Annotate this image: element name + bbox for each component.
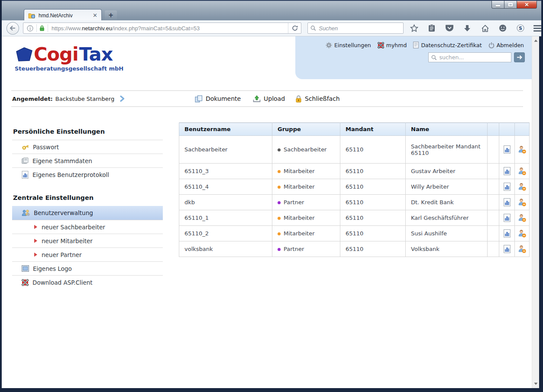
reload-icon xyxy=(292,25,298,31)
cell-empty xyxy=(488,226,499,241)
upload-icon xyxy=(253,95,261,103)
logo-text-tax: Tax xyxy=(79,45,113,64)
cell-name: Dt. Kredit Bank xyxy=(406,195,488,210)
sidebar-item-label: neuer Mitarbeiter xyxy=(42,238,93,244)
nav-dokumente[interactable]: Dokumente xyxy=(195,91,241,106)
sidebar-item-passwort[interactable]: Passwort xyxy=(12,140,163,154)
site-search-input[interactable] xyxy=(440,54,508,61)
user-remove-icon xyxy=(518,198,526,206)
cell-empty xyxy=(488,164,499,179)
logout-link[interactable]: Abmelden xyxy=(488,42,524,48)
nav-upload[interactable]: Upload xyxy=(253,91,285,106)
cell-mandant: 65110 xyxy=(340,179,406,195)
col-name[interactable]: Name xyxy=(406,123,488,136)
url-text[interactable]: https://www.netarchiv.eu/index.php?mainC… xyxy=(52,25,288,32)
cell-gruppe: Partner xyxy=(272,195,340,210)
cell-empty xyxy=(488,195,499,210)
protocol-chart-icon xyxy=(22,171,29,179)
protocol-button[interactable] xyxy=(499,226,515,241)
settings-label: Einstellungen xyxy=(334,42,371,48)
reading-list-icon[interactable] xyxy=(427,24,436,32)
tab-close-icon[interactable]: ✕ xyxy=(93,13,97,18)
cell-empty xyxy=(488,241,499,257)
new-tab-button[interactable]: + xyxy=(105,10,117,21)
gear-icon xyxy=(326,42,332,48)
menu-button[interactable] xyxy=(533,25,541,32)
col-benutzername[interactable]: Benutzername xyxy=(179,123,272,136)
user-delete-button[interactable] xyxy=(515,210,530,226)
user-delete-button[interactable] xyxy=(515,136,530,164)
site-search-box[interactable] xyxy=(428,52,511,62)
logged-in-status: Angemeldet: Backstube Starnberg xyxy=(12,91,126,106)
browser-search-box[interactable] xyxy=(307,22,404,34)
protocol-button[interactable] xyxy=(499,179,515,195)
url-bar[interactable]: https://www.netarchiv.eu/index.php?mainC… xyxy=(23,22,302,34)
maximize-button[interactable] xyxy=(504,1,517,9)
browser-search-input[interactable] xyxy=(319,25,401,32)
nav-schliessfach[interactable]: Schließfach xyxy=(295,91,340,106)
datenschutz-label: Datenschutz-Zertifikat xyxy=(421,42,482,48)
bookmark-star-icon[interactable] xyxy=(410,24,418,32)
pocket-icon[interactable] xyxy=(445,24,454,32)
settings-link[interactable]: Einstellungen xyxy=(326,42,371,48)
cell-gruppe: Mitarbeiter xyxy=(272,226,340,241)
col-empty xyxy=(488,123,499,136)
col-gruppe[interactable]: Gruppe xyxy=(272,123,340,136)
sidebar-item-eigene-stammdaten[interactable]: Eigene Stammdaten xyxy=(12,154,163,167)
logo-subtitle: Steuerberatungsgesellschaft mbH xyxy=(15,65,123,72)
protocol-button[interactable] xyxy=(499,241,515,257)
close-button[interactable]: ✕ xyxy=(517,1,537,9)
table-row: 65110_3 Mitarbeiter 65110 Gustav Arbeite… xyxy=(179,164,530,179)
scroll-up-icon[interactable] xyxy=(532,37,539,44)
arrow-right-icon xyxy=(517,55,523,60)
chevron-right-icon[interactable] xyxy=(119,95,126,102)
svg-text:S: S xyxy=(519,26,522,31)
cell-mandant: 65110 xyxy=(340,164,406,179)
user-delete-button[interactable] xyxy=(515,164,530,179)
col-protocol xyxy=(499,123,515,136)
protocol-chart-icon xyxy=(504,167,511,175)
browser-tab[interactable]: hmd.NetArchiv ✕ xyxy=(24,9,102,21)
protocol-button[interactable] xyxy=(499,136,515,164)
sidebar-item-benutzerverwaltung[interactable]: Benutzerverwaltung xyxy=(12,206,163,220)
vertical-scrollbar[interactable] xyxy=(532,36,539,388)
downloads-icon[interactable] xyxy=(463,24,472,32)
sidebar-item-eigenes-logo[interactable]: Eigenes Logo xyxy=(12,261,163,275)
feedback-smiley-icon[interactable] xyxy=(498,24,507,32)
protocol-button[interactable] xyxy=(499,210,515,226)
protocol-chart-icon xyxy=(504,229,511,238)
sidebar-section-personal: Passwort Eigene Stammdaten xyxy=(12,140,163,181)
col-mandant[interactable]: Mandant xyxy=(340,123,406,136)
user-delete-button[interactable] xyxy=(515,226,530,241)
page-info-icon[interactable] xyxy=(27,25,33,32)
protocol-button[interactable] xyxy=(499,195,515,210)
home-icon[interactable] xyxy=(481,24,489,32)
search-icon xyxy=(310,25,316,31)
scroll-down-icon[interactable] xyxy=(532,380,539,387)
skype-extension-icon[interactable]: S xyxy=(516,24,525,32)
titlebar[interactable]: hmd.NetArchiv ✕ + ✕ xyxy=(2,0,541,20)
user-remove-icon xyxy=(518,229,526,238)
site-search-submit-button[interactable] xyxy=(514,52,525,62)
cell-benutzername: volksbank xyxy=(179,241,272,257)
sidebar-item-neuer-mitarbeiter[interactable]: neuer Mitarbeiter xyxy=(12,234,163,247)
myhmd-link[interactable]: myhmd xyxy=(378,42,407,48)
sidebar-item-neuer-partner[interactable]: neuer Partner xyxy=(12,247,163,261)
user-delete-button[interactable] xyxy=(515,195,530,210)
back-button[interactable] xyxy=(6,22,19,35)
https-lock-icon[interactable] xyxy=(39,25,45,31)
site-header-links: Einstellungen xyxy=(326,42,524,48)
protocol-button[interactable] xyxy=(499,164,515,179)
user-delete-button[interactable] xyxy=(515,241,530,257)
table-header-row: Benutzername Gruppe Mandant Name xyxy=(179,123,530,136)
maximize-icon xyxy=(508,3,513,6)
reload-button[interactable] xyxy=(288,23,301,33)
sidebar-item-eigenes-benutzerprotokoll[interactable]: Eigenes Benutzerprotokoll xyxy=(12,167,163,181)
datenschutz-zertifikat-link[interactable]: Datenschutz-Zertifikat xyxy=(413,42,482,48)
sidebar-item-download-asp-client[interactable]: Download ASP.Client xyxy=(12,275,163,289)
group-dot xyxy=(278,186,281,189)
user-delete-button[interactable] xyxy=(515,179,530,195)
sidebar-item-neuer-sachbearbeiter[interactable]: neuer Sachbearbeiter xyxy=(12,220,163,234)
minimize-button[interactable] xyxy=(491,1,504,9)
logged-in-value: Backstube Starnberg xyxy=(55,96,114,102)
